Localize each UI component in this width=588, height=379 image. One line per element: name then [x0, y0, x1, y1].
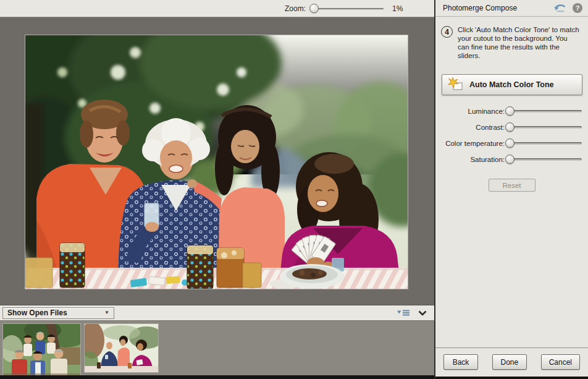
editor-left-column: Zoom: 1%: [0, 0, 434, 379]
saturation-slider-row: Saturation:: [435, 154, 583, 164]
color-temperature-slider-knob[interactable]: [505, 138, 514, 148]
cancel-button[interactable]: Cancel: [541, 354, 580, 370]
luminance-slider-track[interactable]: [510, 110, 582, 113]
luminance-slider-row: Luminance:: [435, 106, 583, 116]
step-instruction: 4 Click 'Auto Match Color Tone' to match…: [435, 17, 588, 60]
luminance-label: Luminance:: [468, 108, 505, 115]
panel-title: Photomerge Compose: [443, 4, 554, 12]
window-bottom-edge: [0, 375, 434, 379]
photomerge-compose-window: Zoom: 1%: [0, 0, 588, 379]
zoom-value: 1%: [392, 4, 408, 13]
zoom-slider-track[interactable]: [314, 8, 384, 10]
color-temperature-slider-row: Color temperature:: [435, 138, 583, 148]
photo-bin-thumbnail-2[interactable]: [85, 324, 158, 372]
contrast-label: Contrast:: [476, 124, 505, 131]
panel-bottom-edge: [435, 377, 588, 379]
canvas-photo: [25, 35, 408, 289]
panel-footer: Back Done Cancel: [435, 347, 588, 377]
contrast-slider-track[interactable]: [510, 126, 582, 129]
panel-spacer: [435, 192, 588, 347]
zoom-bar: Zoom: 1%: [0, 0, 434, 17]
color-tone-sliders: Luminance: Contrast: Color temperature:: [435, 106, 588, 164]
collapse-bin-chevron-icon[interactable]: [418, 310, 427, 316]
step-number-badge: 4: [441, 26, 453, 38]
contrast-slider-row: Contrast:: [435, 122, 583, 132]
color-temperature-slider[interactable]: [505, 138, 583, 148]
luminance-slider[interactable]: [505, 106, 583, 116]
luminance-slider-knob[interactable]: [505, 106, 514, 116]
undo-icon[interactable]: [554, 3, 568, 13]
photo-bin: [0, 321, 434, 375]
panel-menu-icon[interactable]: [397, 309, 410, 317]
auto-match-color-tone-button[interactable]: Auto Match Color Tone: [442, 74, 582, 95]
saturation-slider-track[interactable]: [510, 158, 582, 161]
photo-bin-thumbnail-1[interactable]: [3, 324, 80, 375]
canvas-area[interactable]: [0, 17, 434, 305]
zoom-slider[interactable]: [309, 4, 385, 14]
auto-match-icon: [448, 77, 464, 92]
zoom-label: Zoom:: [285, 4, 306, 13]
step-text: Click 'Auto Match Color Tone' to match y…: [458, 25, 580, 60]
photomerge-panel: Photomerge Compose ? 4 Click 'Auto Match…: [434, 0, 588, 379]
show-open-files-dropdown[interactable]: Show Open Files ▼: [2, 307, 114, 319]
saturation-slider-knob[interactable]: [505, 155, 514, 164]
auto-match-label: Auto Match Color Tone: [469, 80, 554, 89]
zoom-slider-knob[interactable]: [309, 4, 319, 13]
help-icon[interactable]: ?: [573, 3, 582, 13]
color-temperature-label: Color temperature:: [445, 140, 505, 147]
reset-button[interactable]: Reset: [489, 179, 536, 192]
photo-bin-header: Show Open Files ▼: [0, 305, 434, 321]
saturation-slider[interactable]: [505, 155, 583, 164]
dropdown-arrow-icon: ▼: [104, 310, 109, 315]
contrast-slider-knob[interactable]: [505, 122, 514, 132]
show-open-files-label: Show Open Files: [7, 309, 67, 317]
done-button[interactable]: Done: [492, 354, 527, 370]
panel-header: Photomerge Compose ?: [435, 0, 588, 17]
back-button[interactable]: Back: [443, 354, 478, 370]
color-temperature-slider-track[interactable]: [510, 142, 582, 145]
saturation-label: Saturation:: [470, 156, 505, 163]
contrast-slider[interactable]: [505, 122, 583, 132]
